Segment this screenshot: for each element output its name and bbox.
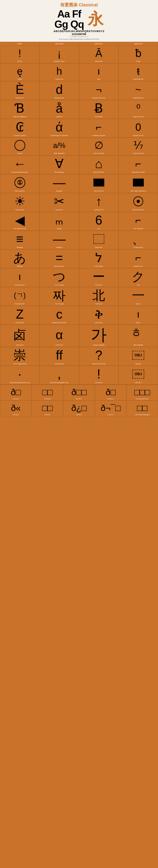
label-black-arrow: CJK Radicals Sup bbox=[13, 228, 26, 230]
lr-label-1: CJK Ext H bbox=[13, 414, 19, 415]
label-h: Cyrillic Sup bbox=[55, 78, 63, 80]
cell-alpha-accent: ά Diacriticals For Symbols bbox=[40, 119, 79, 137]
label-reversed-corner: Letterlike Symbols bbox=[92, 135, 105, 136]
glyph-h: h bbox=[56, 65, 62, 78]
cell-ff-ligature: ff Small Forms bbox=[40, 347, 79, 366]
glyph-forall: ∀ bbox=[55, 157, 64, 171]
cell-a-macron: Ā Diacriticals bbox=[79, 45, 118, 63]
glyph-tilde: ~ bbox=[135, 83, 141, 96]
label-target: Sup Punctuation bbox=[132, 209, 144, 211]
cell-katakana-tsu: つ CJK Compat bbox=[40, 268, 79, 287]
cell-inverted-exclamation: ¡ Modifier Letters bbox=[40, 45, 79, 63]
cell-one-cjk: 一 Kanji L bbox=[118, 287, 158, 306]
glyph-corner2: ⌐ bbox=[135, 251, 141, 265]
glyph-superscript-0: ⁰ bbox=[136, 101, 141, 115]
glyph-fraction-seventh: ⅐ bbox=[133, 139, 143, 152]
label-hiragana-a: Radicals bbox=[17, 265, 23, 267]
glyph-lamed: ל bbox=[95, 251, 102, 265]
glyph-north: 北 bbox=[92, 288, 105, 302]
label-t-bar: Diacriticals Ext bbox=[133, 78, 144, 80]
label-obj: Specials bbox=[135, 363, 141, 365]
glyph-obj: OBJ bbox=[132, 348, 144, 362]
glyph-enclosed-kiyeok: (ㄱ) bbox=[14, 288, 26, 302]
cell-up-arrow-bar: ⌂ Block Elements bbox=[79, 155, 118, 174]
glyph-left-arrow: ← bbox=[13, 157, 26, 171]
label-b-topbar: Punctuation bbox=[94, 116, 103, 118]
label-alpha: Latin Ext E bbox=[55, 344, 63, 346]
label-exclamation2: CJK Ext B bbox=[95, 382, 102, 384]
label-one-cjk: Kanji L bbox=[136, 303, 141, 305]
glyph-zeta: Ζ bbox=[16, 307, 24, 321]
label-comma: Enclosed Ideographic Sup bbox=[50, 382, 68, 384]
cell-comma: , Enclosed Ideographic Sup bbox=[40, 366, 79, 384]
label-triple-bar: Hiragana bbox=[16, 247, 23, 248]
glyph-ga: 가 bbox=[91, 326, 107, 343]
cell-circled-1: ① Misc Symbols bbox=[0, 174, 40, 193]
glyph-comma: , bbox=[57, 367, 61, 381]
label-d: Phoenicia Ext bbox=[54, 97, 64, 99]
circled-1-shape: ① bbox=[14, 177, 25, 188]
cell-d: d Phoenicia Ext bbox=[40, 81, 79, 100]
label-em-dash: Dingbats bbox=[56, 190, 63, 192]
copyright: © Design by fontke.com bbox=[3, 36, 155, 38]
col-header-latin-ext-a: Latin Ext A bbox=[79, 42, 118, 45]
cell-sun: ☀ Misc Arrows bbox=[0, 193, 40, 212]
black-rect2-shape bbox=[133, 179, 144, 187]
label-ff-ligature: Small Forms bbox=[55, 363, 64, 365]
glyph-up-arrow: ↑ bbox=[95, 194, 102, 208]
lr-glyph-2: □□ bbox=[42, 402, 52, 414]
glyph-b-stroke: ƀ bbox=[135, 47, 142, 60]
glyph-t-bar: ŧ bbox=[137, 65, 140, 78]
glyph-equals: = bbox=[55, 251, 63, 265]
label-six: IDS bbox=[97, 228, 100, 230]
lr-cell-4: ð¬¯□ CJK Ext K bbox=[95, 401, 126, 416]
bottom-label-4: CJK Ext G bbox=[108, 398, 114, 400]
cell-e-grave: È Cyrillic Ext Y bbox=[0, 81, 40, 100]
bottom-cjk-row-1: ð□ CJK Ext D □□ CJK Ext E ð□□ CJK Ext F … bbox=[0, 384, 158, 401]
glyph-hiragana-a: あ bbox=[13, 251, 26, 265]
cell-lamed: ל CJK Strokes bbox=[79, 249, 118, 268]
glyph-one-cjk: 一 bbox=[132, 288, 145, 302]
cell-exclamation: ! Ink Jet bbox=[0, 45, 40, 63]
label-middle-dot: Enclosed Alphanumeric Sup bbox=[10, 382, 30, 384]
cell-jja: 짜 CJK Compat bbox=[40, 287, 79, 306]
glyph-b-topbar: Ƀ bbox=[94, 101, 103, 115]
label-lamed: CJK Strokes bbox=[94, 265, 103, 267]
label-katakana-ku: CJK bbox=[137, 284, 140, 286]
cell-lu: 卤 Latin Ext B bbox=[0, 325, 40, 347]
cell-obj-cell: OBJ Specials bbox=[118, 347, 158, 366]
cell-not-sign: ¬ Phoenicia Ext Sup bbox=[79, 81, 118, 100]
label-inverted-exclamation: Modifier Letters bbox=[54, 60, 65, 62]
label-zero: Number Forms bbox=[133, 135, 144, 136]
label-b-stroke: Guest bbox=[136, 60, 140, 62]
label-b-hook: Latin Ext Additional bbox=[13, 116, 27, 118]
glyph-black-arrow: ◀ bbox=[15, 213, 25, 227]
glyph-e-grave: È bbox=[15, 83, 24, 96]
glyph-kangxi: ₘ bbox=[55, 213, 63, 227]
label-up-arrow: Cyrillic Ext N bbox=[94, 209, 103, 211]
glyph-zero: 0 bbox=[135, 120, 141, 134]
label-ethiopic: Latin Ext D bbox=[95, 322, 103, 324]
glyph-dotless-i3: ı bbox=[137, 307, 140, 321]
glyph-circled-1: ① bbox=[14, 176, 25, 189]
black-rect-shape bbox=[93, 179, 104, 187]
cell-zeta: Ζ Cyrillic Ext B bbox=[0, 306, 40, 325]
bottom-label-1: CJK Ext D bbox=[13, 398, 19, 400]
glyph-a-ring: å bbox=[56, 101, 63, 115]
cell-ga: 가 Hangul Syllables bbox=[79, 325, 118, 347]
cell-h: h Cyrillic Sup bbox=[40, 63, 79, 81]
glyph-fraction: a/% bbox=[53, 139, 65, 152]
glyph-dash2: — bbox=[53, 232, 66, 246]
label-cjk-ext-c: CJK Ext C bbox=[135, 382, 142, 384]
cell-corner2: ⌐ Katakana Ext bbox=[118, 249, 158, 268]
cell-t-bar: ŧ Diacriticals Ext bbox=[118, 63, 158, 81]
glyph-cjk-corner: ⌐ bbox=[135, 213, 141, 227]
cell-left-arrow: ← Enclosed Alphanumeric bbox=[0, 155, 40, 174]
glyph-not-sign: ¬ bbox=[96, 83, 102, 96]
glyph-exclamation: ! bbox=[18, 47, 21, 60]
glyph-circle bbox=[14, 139, 25, 152]
label-a-ring: Latin Ext bbox=[56, 116, 62, 118]
cell-ethiopic: ቅ Latin Ext D bbox=[79, 306, 118, 325]
glyph-middle-dot: · bbox=[18, 367, 22, 381]
glyph-triple-bar: ≡ bbox=[16, 232, 23, 246]
